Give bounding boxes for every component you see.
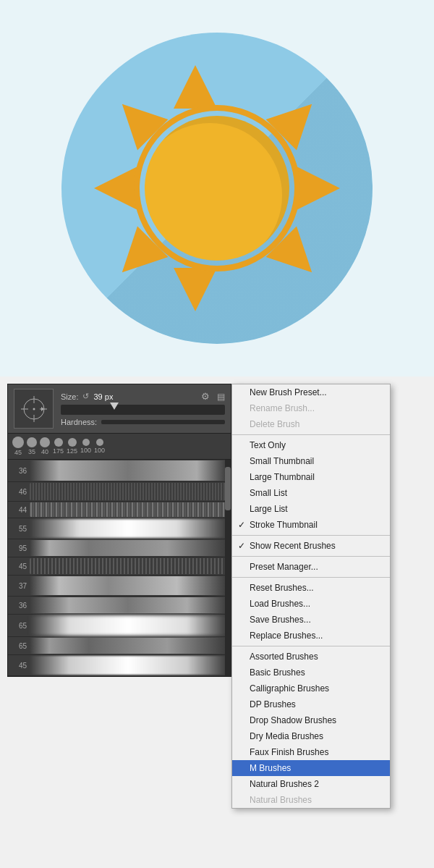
preset-0[interactable]: 45 <box>12 437 24 456</box>
size-value: 39 px <box>93 392 113 401</box>
separator-3 <box>232 556 390 557</box>
menu-item-assorted-brushes[interactable]: Assorted Brushes <box>232 649 390 665</box>
brush-stroke-10 <box>30 656 226 675</box>
menu-item-stroke-thumbnail[interactable]: ✓ Stroke Thumbnail <box>232 517 390 533</box>
brush-num-9: 65 <box>12 642 27 650</box>
brush-row-3[interactable]: 55 <box>8 518 231 539</box>
brush-row-8[interactable]: 65 <box>8 615 231 637</box>
sun-ray-6 <box>94 167 137 210</box>
sun-illustration <box>0 0 434 376</box>
brush-stroke-6 <box>30 576 226 595</box>
brush-row-2[interactable]: 44 <box>8 502 231 518</box>
brush-stroke-3 <box>30 519 226 538</box>
menu-item-basic-brushes[interactable]: Basic Brushes <box>232 665 390 681</box>
brush-num-8: 65 <box>12 622 27 630</box>
separator-2 <box>232 535 390 536</box>
scrollbar-thumb[interactable] <box>225 467 231 510</box>
menu-item-replace-brushes[interactable]: Replace Brushes... <box>232 628 390 644</box>
brush-num-6: 37 <box>12 582 27 590</box>
menu-item-show-recent-brushes[interactable]: ✓ Show Recent Brushes <box>232 538 390 554</box>
sun-core-circle <box>145 116 289 261</box>
brush-stroke-9 <box>30 638 226 654</box>
menu-item-reset-brushes[interactable]: Reset Brushes... <box>232 580 390 596</box>
preset-5[interactable]: 100 <box>80 439 91 454</box>
preset-num-4: 125 <box>67 447 77 455</box>
preset-circle-2 <box>40 437 50 447</box>
brush-row-10[interactable]: 45 <box>8 655 231 676</box>
brush-row-7[interactable]: 36 <box>8 597 231 615</box>
context-menu: New Brush Preset... Rename Brush... Dele… <box>231 384 391 809</box>
brush-stroke-7 <box>30 597 226 613</box>
brush-row-5[interactable]: 45 <box>8 557 231 576</box>
preset-num-1: 35 <box>28 448 35 455</box>
gear-icon[interactable]: ⚙ <box>201 391 210 402</box>
size-row: Size: ↺ 39 px ⚙ ▤ <box>61 391 225 402</box>
preset-circle-0 <box>12 437 24 448</box>
menu-item-large-list[interactable]: Large List <box>232 501 390 517</box>
menu-item-dry-media-brushes[interactable]: Dry Media Brushes <box>232 728 390 744</box>
separator-5 <box>232 646 390 646</box>
menu-item-calligraphic-brushes[interactable]: Calligraphic Brushes <box>232 681 390 696</box>
menu-item-natural-brushes-2[interactable]: Natural Brushes 2 <box>232 776 390 792</box>
menu-item-load-brushes[interactable]: Load Brushes... <box>232 596 390 612</box>
menu-item-small-thumbnail[interactable]: Small Thumbnail <box>232 453 390 469</box>
preset-3[interactable]: 175 <box>53 438 64 455</box>
menu-item-natural-brushes: Natural Brushes <box>232 792 390 808</box>
preset-num-0: 45 <box>14 449 22 456</box>
brush-preview <box>14 389 54 429</box>
sun-ray-2 <box>297 167 340 210</box>
brush-num-3: 55 <box>12 525 27 533</box>
panel-menu-icon[interactable]: ▤ <box>217 392 225 402</box>
preset-num-3: 175 <box>53 447 64 455</box>
sun-ray-4 <box>174 268 217 311</box>
hardness-slider[interactable] <box>101 420 225 424</box>
menu-item-preset-manager[interactable]: Preset Manager... <box>232 559 390 575</box>
preset-1[interactable]: 35 <box>27 437 37 455</box>
crosshair-svg <box>20 395 48 424</box>
photoshop-panel: Size: ↺ 39 px ⚙ ▤ Hardness: 45 <box>0 376 434 816</box>
brush-row-6[interactable]: 37 <box>8 576 231 597</box>
preset-num-6: 100 <box>94 447 105 454</box>
brush-row-9[interactable]: 65 <box>8 637 231 655</box>
separator-1 <box>232 434 390 435</box>
svg-point-5 <box>33 408 35 410</box>
slider-thumb <box>110 403 119 410</box>
preset-6[interactable]: 100 <box>94 439 105 454</box>
sun-ray-0 <box>174 65 217 109</box>
menu-item-faux-finish-brushes[interactable]: Faux Finish Brushes <box>232 744 390 760</box>
brush-stroke-list: 36 46 44 55 95 45 <box>8 460 231 676</box>
preset-circle-6 <box>96 439 103 446</box>
brush-num-4: 95 <box>12 544 27 552</box>
menu-item-text-only[interactable]: Text Only <box>232 437 390 453</box>
preset-2[interactable]: 40 <box>40 437 50 455</box>
brush-row-1[interactable]: 46 <box>8 482 231 502</box>
menu-item-large-thumbnail[interactable]: Large Thumbnail <box>232 469 390 485</box>
brush-num-0: 36 <box>12 467 27 475</box>
brush-row-0[interactable]: 36 <box>8 460 231 482</box>
size-slider[interactable] <box>61 405 225 415</box>
brush-num-2: 44 <box>12 506 27 514</box>
menu-item-drop-shadow-brushes[interactable]: Drop Shadow Brushes <box>232 712 390 728</box>
show-recent-check: ✓ <box>238 541 245 551</box>
brush-num-10: 45 <box>12 662 27 670</box>
stroke-thumbnail-check: ✓ <box>238 520 245 530</box>
preset-4[interactable]: 125 <box>67 438 77 455</box>
preset-circle-5 <box>82 439 90 446</box>
preset-circle-4 <box>68 438 77 447</box>
sun-background-circle <box>61 33 373 344</box>
menu-item-small-list[interactable]: Small List <box>232 485 390 501</box>
menu-item-new-brush-preset[interactable]: New Brush Preset... <box>232 384 390 400</box>
brush-row-4[interactable]: 95 <box>8 539 231 557</box>
brush-scrollbar[interactable] <box>225 460 231 676</box>
brush-stroke-0 <box>30 460 226 481</box>
menu-item-save-brushes[interactable]: Save Brushes... <box>232 612 390 628</box>
brush-stroke-4 <box>30 540 226 556</box>
refresh-icon: ↺ <box>82 392 89 401</box>
brush-presets-bar: 45 35 40 175 125 100 <box>8 434 231 460</box>
preset-num-5: 100 <box>80 447 91 454</box>
brush-stroke-1 <box>30 483 226 500</box>
menu-item-m-brushes[interactable]: M Brushes <box>232 760 390 776</box>
menu-item-dp-brushes[interactable]: DP Brushes <box>232 696 390 712</box>
brush-panel: Size: ↺ 39 px ⚙ ▤ Hardness: 45 <box>7 384 231 677</box>
brush-stroke-2 <box>30 502 226 517</box>
